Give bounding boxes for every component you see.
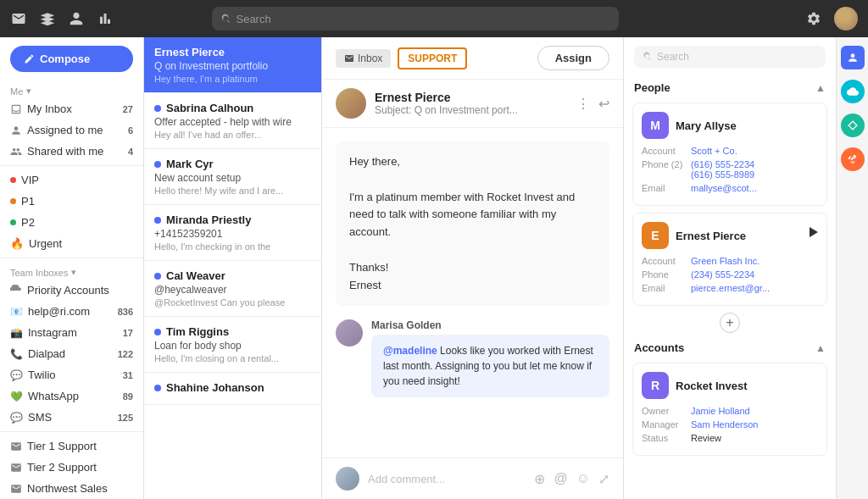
sidebar-item-whatsapp[interactable]: 💚 WhatsApp 89	[0, 385, 143, 407]
inbox-name: Twilio	[28, 369, 56, 381]
comment-item: Marisa Golden @madeline Looks like you w…	[336, 319, 609, 397]
top-nav-right	[805, 7, 858, 30]
conversation-list-item[interactable]: Sabrina Calhoun Offer accepted - help wi…	[144, 93, 321, 149]
ernest-account-row: Account Green Flash Inc.	[642, 256, 818, 266]
mary-phone-row: Phone (2) (616) 555-2234 (616) 555-8989	[642, 159, 818, 180]
global-search-bar[interactable]	[212, 7, 619, 30]
unread-dot	[154, 217, 161, 224]
tier1-label: Tier 1 Support	[27, 440, 97, 452]
rocket-owner[interactable]: Jamie Holland	[691, 406, 750, 416]
assign-button[interactable]: Assign	[537, 46, 609, 70]
inbox-name: WhatsApp	[28, 390, 79, 402]
p1-dot	[10, 198, 16, 204]
inbox-count: 17	[123, 328, 133, 338]
expand-icon[interactable]: ⤢	[598, 471, 609, 487]
sidebar-item-p2[interactable]: P2	[0, 212, 143, 233]
inbox-count: 125	[118, 413, 133, 423]
layers-icon[interactable]	[39, 10, 56, 27]
more-options-icon[interactable]: ⋮	[576, 96, 590, 112]
accounts-toggle[interactable]: ▲	[815, 342, 826, 354]
sidebar-item-p1[interactable]: P1	[0, 191, 143, 212]
rocket-manager[interactable]: Sam Henderson	[691, 419, 759, 430]
tier2-label: Tier 2 Support	[27, 461, 97, 474]
inbox-icon: 📸	[10, 327, 23, 339]
mary-account-row: Account Scott + Co.	[642, 146, 818, 156]
comment-bubble: @madeline Looks like you worked with Ern…	[371, 335, 609, 397]
input-avatar	[336, 467, 359, 491]
rocket-vert-icon[interactable]	[841, 147, 865, 171]
sidebar-item-shared[interactable]: Shared with me 4	[0, 141, 143, 162]
sidebar-item-tier2[interactable]: Tier 2 Support	[0, 457, 143, 478]
sidebar-item-helpricom[interactable]: 📧 help@ri.com 836	[0, 301, 143, 322]
support-tag[interactable]: SUPPORT	[398, 47, 467, 69]
message-bubble: Hey there, I'm a platinum member with Ro…	[336, 141, 609, 306]
inbox-icon: 💬	[10, 412, 23, 424]
conv-subject: New account setup	[154, 172, 311, 184]
sidebar-item-northwest[interactable]: Northwest Sales	[0, 478, 143, 499]
mary-account[interactable]: Scott + Co.	[691, 146, 737, 156]
inbox-name: Dialpad	[28, 347, 65, 360]
contact-card-header-ernest: E Ernest Pierce	[642, 222, 818, 249]
settings-icon[interactable]	[805, 10, 822, 27]
conversation-list-item[interactable]: Shahine Johanson	[144, 373, 321, 405]
emoji-icon[interactable]: ☺	[576, 471, 590, 487]
sidebar-item-assigned[interactable]: Assigned to me 6	[0, 119, 143, 141]
conversation-list-item[interactable]: Mark Cyr New account setup Hello there! …	[144, 149, 321, 205]
sender-avatar	[336, 88, 366, 119]
right-search-bar[interactable]	[634, 46, 826, 68]
comment-input[interactable]	[368, 473, 526, 485]
comment-content: Marisa Golden @madeline Looks like you w…	[371, 319, 609, 397]
conversation-list-item[interactable]: Tim Riggins Loan for body shop Hello, I'…	[144, 317, 321, 373]
person-icon[interactable]	[68, 10, 85, 27]
cloud-vert-icon[interactable]	[841, 80, 865, 103]
sidebar-item-twilio[interactable]: 💬 Twilio 31	[0, 364, 143, 385]
sidebar-item-my-inbox[interactable]: My Inbox 27	[0, 98, 143, 119]
sidebar-item-urgent[interactable]: 🔥 Urgent	[0, 233, 143, 254]
unread-dot	[154, 329, 161, 335]
assigned-label: Assigned to me	[27, 124, 103, 136]
sidebar-item-instagram[interactable]: 📸 Instagram 17	[0, 322, 143, 343]
avatar[interactable]	[834, 7, 858, 30]
main-content: Compose Me ▾ My Inbox 27 Assigned to me …	[0, 37, 868, 499]
mail-icon[interactable]	[10, 10, 27, 27]
add-contact-button[interactable]: +	[720, 313, 740, 333]
at-icon[interactable]: @	[554, 471, 567, 487]
diamond-vert-icon[interactable]	[841, 114, 865, 137]
mary-phone1[interactable]: (616) 555-2234	[691, 159, 754, 169]
global-search-input[interactable]	[236, 13, 610, 25]
sidebar-item-vip[interactable]: VIP	[0, 169, 143, 191]
unread-dot	[154, 273, 161, 280]
compose-button[interactable]: Compose	[10, 46, 133, 72]
ernest-avatar: E	[642, 222, 669, 249]
sidebar-item-sms[interactable]: 💬 SMS 125	[0, 407, 143, 428]
mary-phone2[interactable]: (616) 555-8989	[691, 169, 754, 180]
right-search-input[interactable]	[657, 51, 817, 63]
barchart-icon[interactable]	[97, 10, 114, 27]
sidebar-item-dialpad[interactable]: 📞 Dialpad 122	[0, 343, 143, 364]
inbox-name: help@ri.com	[28, 305, 90, 318]
mention-text: @madeline	[383, 345, 437, 357]
shared-count: 4	[128, 147, 133, 157]
people-section-header: People ▲	[624, 76, 836, 99]
assigned-count: 6	[128, 125, 133, 136]
sidebar-item-priority-accounts[interactable]: Priority Accounts	[0, 280, 143, 301]
ernest-account[interactable]: Green Flash Inc.	[691, 256, 760, 266]
mary-email[interactable]: mallyse@scot...	[691, 183, 757, 193]
ernest-phone[interactable]: (234) 555-2234	[691, 269, 754, 280]
conversation-list-item[interactable]: Cal Weaver @heycalweaver @RocketInvest C…	[144, 261, 321, 317]
urgent-label: Urgent	[29, 237, 62, 250]
conversation-list-item[interactable]: Ernest Pierce Q on Investment portfolio …	[144, 37, 321, 93]
ernest-email[interactable]: pierce.ernest@gr...	[691, 283, 770, 293]
p2-label: P2	[21, 216, 35, 229]
inbox-tag[interactable]: Inbox	[336, 49, 391, 68]
sidebar-item-tier1[interactable]: Tier 1 Support	[0, 435, 143, 457]
rocket-manager-row: Manager Sam Henderson	[642, 419, 818, 430]
conversation-list-item[interactable]: Miranda Priestly +14152359201 Hello, I'm…	[144, 205, 321, 261]
reply-icon[interactable]: ↩	[598, 96, 609, 112]
people-toggle[interactable]: ▲	[815, 82, 826, 94]
contacts-vert-icon[interactable]	[841, 46, 865, 69]
ernest-name: Ernest Pierce	[676, 230, 746, 242]
unread-dot	[154, 385, 161, 391]
sender-name: Ernest Pierce	[375, 91, 568, 104]
add-comment-icon[interactable]: ⊕	[534, 471, 545, 487]
